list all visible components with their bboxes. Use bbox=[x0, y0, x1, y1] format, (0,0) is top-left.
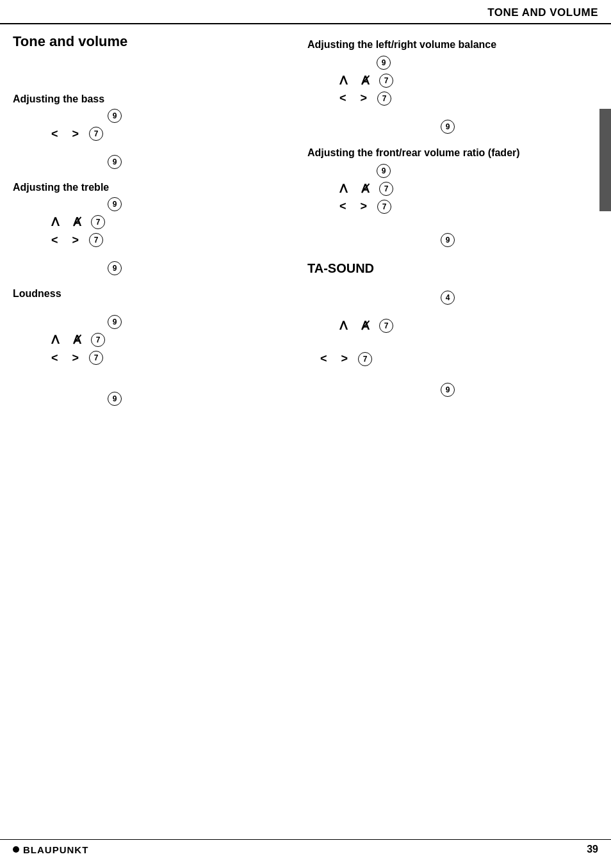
tasound-ud-row: Ʌ Ⱥ 7 bbox=[339, 319, 596, 333]
page-number: 39 bbox=[587, 844, 598, 855]
balance-circle-9b: 9 bbox=[441, 120, 455, 134]
fader-lr-row: < > 7 bbox=[339, 200, 596, 214]
loudness-title: Loudness bbox=[13, 288, 295, 300]
treble-ud-row: Ʌ Ⱥ 7 bbox=[51, 215, 295, 229]
treble-circle-7a: 7 bbox=[91, 215, 105, 229]
balance-circle-7b: 7 bbox=[377, 92, 391, 106]
tasound-circle-9: 9 bbox=[441, 383, 455, 397]
fader-title: Adjusting the front/rear volume ratio (f… bbox=[307, 147, 596, 160]
loudness-lr-row: < > 7 bbox=[51, 351, 295, 365]
treble-section: Adjusting the treble 9 Ʌ Ⱥ 7 < > 7 9 bbox=[13, 182, 295, 275]
loudness-circle-7b: 7 bbox=[89, 351, 103, 365]
main-content: Tone and volume Adjusting the bass 9 < >… bbox=[0, 24, 611, 411]
treble-circle-9b: 9 bbox=[108, 261, 122, 275]
tasound-lr-arrows: < > bbox=[320, 352, 350, 366]
loudness-circle-7a: 7 bbox=[91, 333, 105, 347]
bass-circle-9: 9 bbox=[108, 109, 122, 123]
loudness-step4-row: 9 bbox=[102, 392, 295, 406]
loudness-circle-9: 9 bbox=[108, 315, 122, 329]
bass-section: Adjusting the bass 9 < > 7 9 bbox=[13, 93, 295, 169]
brand-dot-icon bbox=[13, 846, 19, 853]
fader-circle-7b: 7 bbox=[377, 200, 391, 214]
page-footer: BLAUPUNKT 39 bbox=[0, 839, 611, 855]
loudness-step1-row: 9 bbox=[102, 315, 295, 329]
bass-lr-row: < > 7 bbox=[51, 127, 295, 141]
tasound-section: TA-SOUND 4 Ʌ Ⱥ 7 < > 7 9 bbox=[307, 260, 596, 397]
bass-step1-row: 9 bbox=[102, 109, 295, 123]
tasound-circle-7b: 7 bbox=[358, 352, 372, 366]
fader-step4-row: 9 bbox=[436, 233, 596, 247]
right-column: Adjusting the left/right volume balance … bbox=[307, 33, 596, 411]
fader-step1-row: 9 bbox=[371, 164, 596, 178]
fader-ud-row: Ʌ Ⱥ 7 bbox=[339, 182, 596, 196]
bass-circle-9b: 9 bbox=[108, 155, 122, 169]
tasound-circle-7a: 7 bbox=[379, 319, 393, 333]
loudness-ud-row: Ʌ Ⱥ 7 bbox=[51, 333, 295, 347]
treble-lr-arrows: < > bbox=[51, 234, 81, 247]
header-title: TONE AND VOLUME bbox=[487, 6, 598, 19]
balance-circle-7a: 7 bbox=[379, 74, 393, 88]
tasound-step4-row: 9 bbox=[436, 383, 596, 397]
tasound-step1-row: 4 bbox=[436, 291, 596, 305]
tasound-circle-4: 4 bbox=[441, 291, 455, 305]
balance-circle-9: 9 bbox=[377, 56, 391, 70]
balance-step1-row: 9 bbox=[371, 56, 596, 70]
fader-circle-9: 9 bbox=[377, 164, 391, 178]
page-header: TONE AND VOLUME bbox=[0, 0, 611, 24]
fader-circle-7a: 7 bbox=[379, 182, 393, 196]
brand-name: BLAUPUNKT bbox=[23, 844, 88, 855]
treble-circle-9: 9 bbox=[108, 197, 122, 211]
loudness-ud-arrows: Ʌ Ⱥ bbox=[51, 333, 83, 347]
tasound-ud-arrows: Ʌ Ⱥ bbox=[339, 319, 371, 333]
tasound-lr-row: < > 7 bbox=[320, 352, 596, 366]
treble-ud-arrows: Ʌ Ⱥ bbox=[51, 215, 83, 229]
treble-title: Adjusting the treble bbox=[13, 182, 295, 193]
bass-step3-row: 9 bbox=[102, 155, 295, 169]
brand-logo: BLAUPUNKT bbox=[13, 844, 88, 855]
bass-lr-arrows: < > bbox=[51, 127, 81, 141]
loudness-lr-arrows: < > bbox=[51, 351, 81, 365]
balance-ud-arrows: Ʌ Ⱥ bbox=[339, 74, 371, 88]
balance-step4-row: 9 bbox=[436, 120, 596, 134]
balance-title: Adjusting the left/right volume balance bbox=[307, 38, 596, 52]
fader-circle-9b: 9 bbox=[441, 233, 455, 247]
balance-lr-arrows: < > bbox=[339, 92, 370, 105]
loudness-circle-9b: 9 bbox=[108, 392, 122, 406]
fader-ud-arrows: Ʌ Ⱥ bbox=[339, 182, 371, 196]
balance-section: Adjusting the left/right volume balance … bbox=[307, 38, 596, 134]
treble-step1-row: 9 bbox=[102, 197, 295, 211]
bass-circle-7: 7 bbox=[89, 127, 103, 141]
left-column: Tone and volume Adjusting the bass 9 < >… bbox=[13, 33, 307, 411]
treble-step4-row: 9 bbox=[102, 261, 295, 275]
treble-circle-7b: 7 bbox=[89, 233, 103, 247]
section-tab bbox=[599, 109, 611, 211]
tasound-title: TA-SOUND bbox=[307, 260, 596, 277]
fader-lr-arrows: < > bbox=[339, 200, 370, 213]
main-title: Tone and volume bbox=[13, 33, 295, 50]
treble-lr-row: < > 7 bbox=[51, 233, 295, 247]
fader-section: Adjusting the front/rear volume ratio (f… bbox=[307, 147, 596, 247]
balance-ud-row: Ʌ Ⱥ 7 bbox=[339, 74, 596, 88]
loudness-section: Loudness 9 Ʌ Ⱥ 7 < > 7 9 bbox=[13, 288, 295, 406]
bass-title: Adjusting the bass bbox=[13, 93, 295, 105]
balance-lr-row: < > 7 bbox=[339, 92, 596, 106]
